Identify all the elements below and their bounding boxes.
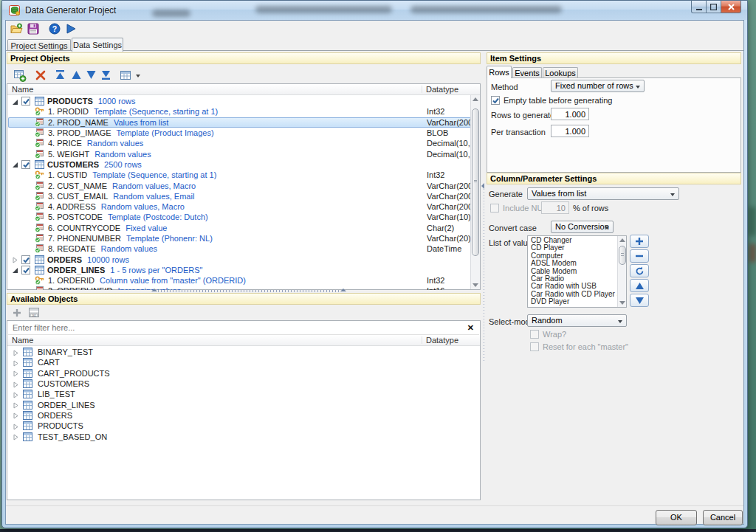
- table-count-icon[interactable]: 161: [28, 307, 41, 319]
- scroll-down-icon[interactable]: [619, 301, 625, 305]
- list-of-values-box[interactable]: CD ChangerCD PlayerComputerADSL ModemCab…: [527, 235, 627, 308]
- maximize-icon[interactable]: [707, 1, 721, 13]
- reload-values-button[interactable]: [630, 264, 649, 277]
- move-bottom-icon[interactable]: [100, 69, 114, 82]
- add-icon[interactable]: [12, 308, 25, 320]
- delete-icon[interactable]: [35, 70, 49, 83]
- column-row[interactable]: 1. CUSTIDTemplate (Sequence, starting at…: [8, 170, 471, 180]
- move-value-down-button[interactable]: [630, 294, 649, 307]
- generate-combo[interactable]: Values from list: [527, 187, 679, 200]
- table-name: TEST_BASED_ON: [38, 432, 107, 441]
- project-objects-header: Project Objects: [7, 52, 481, 64]
- dropdown-caret-icon[interactable]: [136, 75, 140, 77]
- table-row[interactable]: PRODUCTS: [8, 421, 479, 431]
- column-row[interactable]: 6. COUNTRYCODEFixed valueChar(2): [8, 223, 471, 233]
- minimize-icon[interactable]: [691, 1, 707, 13]
- tab-events[interactable]: Events: [512, 67, 542, 77]
- move-down-icon[interactable]: [86, 69, 99, 82]
- tab-data-settings[interactable]: Data Settings: [72, 38, 123, 52]
- tab-project-settings[interactable]: Project Settings: [7, 39, 71, 51]
- table-row[interactable]: ORDERS10000 rows: [8, 254, 471, 264]
- remove-value-button[interactable]: [630, 249, 649, 263]
- column-row[interactable]: 5. POSTCODETemplate (Postcode: Dutch)Var…: [8, 212, 471, 222]
- save-icon[interactable]: [27, 23, 40, 35]
- scrollbar-thumb[interactable]: [619, 246, 626, 265]
- column-row[interactable]: 7. PHONENUMBERTemplate (Phonenr: NL)VarC…: [8, 233, 471, 243]
- row-checkbox[interactable]: [21, 266, 30, 274]
- table-row[interactable]: TEST_BASED_ON: [8, 431, 479, 441]
- column-row[interactable]: 1. ORDERIDColumn value from "master" (OR…: [8, 275, 471, 286]
- column-row[interactable]: 2. PROD_NAMEValues from listVarChar(200): [8, 117, 471, 128]
- list-item[interactable]: ADSL Modem: [529, 260, 617, 267]
- move-up-icon[interactable]: [71, 69, 84, 82]
- filter-input[interactable]: [13, 322, 448, 333]
- list-item[interactable]: Computer: [529, 252, 617, 260]
- list-item[interactable]: Car Radio: [529, 275, 617, 283]
- table-row[interactable]: CUSTOMERS2500 rows: [8, 159, 471, 170]
- table-row[interactable]: PRODUCTS1000 rows: [8, 96, 471, 106]
- list-item[interactable]: DVD Player: [529, 298, 617, 305]
- include-nulls-checkbox[interactable]: [490, 204, 499, 213]
- run-icon[interactable]: [65, 23, 78, 35]
- list-item[interactable]: Car Radio with CD Player and U: [529, 291, 617, 298]
- cancel-button[interactable]: Cancel: [703, 510, 743, 525]
- table-options-icon[interactable]: [120, 69, 133, 82]
- scroll-up-icon[interactable]: [472, 97, 478, 101]
- scrollbar-thumb[interactable]: [472, 108, 479, 256]
- table-row[interactable]: BINARY_TEST: [8, 347, 479, 357]
- list-item[interactable]: Cable Modem: [529, 268, 617, 275]
- table-row[interactable]: CART_PRODUCTS: [8, 368, 479, 379]
- column-row[interactable]: 3. PROD_IMAGETemplate (Product Images)BL…: [8, 128, 471, 138]
- method-combo[interactable]: Fixed number of rows: [551, 80, 645, 92]
- table-row[interactable]: ORDERS: [8, 410, 479, 421]
- table-row[interactable]: ORDER_LINES1 - 5 rows per "ORDERS": [8, 265, 471, 275]
- tab-lookups[interactable]: Lookups: [543, 67, 578, 77]
- table-row[interactable]: CART: [8, 357, 479, 367]
- column-row[interactable]: 4. PRICERandom valuesDecimal(10, 2): [8, 138, 471, 148]
- column-row[interactable]: 5. WEIGHTRandom valuesDecimal(10, 2): [8, 148, 471, 159]
- scroll-up-icon[interactable]: [619, 238, 625, 242]
- scroll-down-icon[interactable]: [472, 283, 478, 287]
- move-value-up-button[interactable]: [630, 279, 649, 292]
- column-row[interactable]: 1. PRODIDTemplate (Sequence, starting at…: [8, 106, 471, 117]
- tree-column-header[interactable]: Name Datatype: [7, 335, 480, 346]
- vertical-splitter[interactable]: [481, 183, 487, 362]
- close-icon[interactable]: [721, 1, 741, 13]
- tab-rows[interactable]: Rows: [487, 66, 512, 78]
- table-row[interactable]: CUSTOMERS: [8, 379, 479, 389]
- table-row[interactable]: ORDER_LINES: [8, 399, 479, 410]
- clear-filter-icon[interactable]: ✕: [467, 323, 474, 332]
- row-count-text: 10000 rows: [87, 255, 129, 264]
- add-table-icon[interactable]: [13, 69, 27, 82]
- row-checkbox[interactable]: [21, 160, 30, 169]
- add-value-button[interactable]: [630, 235, 649, 248]
- include-nulls-input[interactable]: [541, 201, 569, 214]
- per-transaction-input[interactable]: [551, 125, 589, 137]
- tree-column-header[interactable]: Name Datatype: [7, 84, 480, 95]
- empty-table-checkbox[interactable]: [491, 96, 500, 105]
- convert-case-combo[interactable]: No Conversion: [551, 221, 614, 233]
- open-folder-icon[interactable]: [10, 23, 23, 35]
- tree-vertical-scrollbar[interactable]: [470, 95, 480, 289]
- rows-to-generate-input[interactable]: [551, 108, 589, 120]
- help-icon[interactable]: ?: [49, 23, 61, 35]
- column-row[interactable]: 2. CUST_NAMERandom values, MacroVarChar(…: [8, 180, 471, 190]
- move-top-icon[interactable]: [55, 69, 68, 82]
- reset-master-checkbox[interactable]: [530, 342, 539, 351]
- table-row[interactable]: LIB_TEST: [8, 389, 479, 399]
- row-checkbox[interactable]: [21, 255, 30, 264]
- column-row[interactable]: 8. REGDATERandom valuesDateTime: [8, 243, 471, 254]
- column-row[interactable]: 3. CUST_EMAILRandom values, EmailVarChar…: [8, 191, 471, 201]
- ok-button[interactable]: OK: [656, 510, 697, 525]
- list-item[interactable]: CD Player: [529, 244, 617, 252]
- row-checkbox[interactable]: [21, 97, 30, 106]
- list-scrollbar[interactable]: [617, 236, 626, 307]
- table-name: CART_PRODUCTS: [38, 369, 110, 378]
- select-mode-combo[interactable]: Random: [527, 314, 627, 327]
- column-row[interactable]: 4. ADDRESSRandom values, MacroVarChar(20…: [8, 201, 471, 212]
- wrap-checkbox[interactable]: [530, 330, 539, 339]
- list-item[interactable]: Car Radio with USB: [529, 283, 617, 290]
- table-name: CUSTOMERS: [47, 160, 99, 169]
- list-item[interactable]: CD Changer: [529, 237, 617, 244]
- title-bar[interactable]: Data Generator Project: [2, 1, 747, 20]
